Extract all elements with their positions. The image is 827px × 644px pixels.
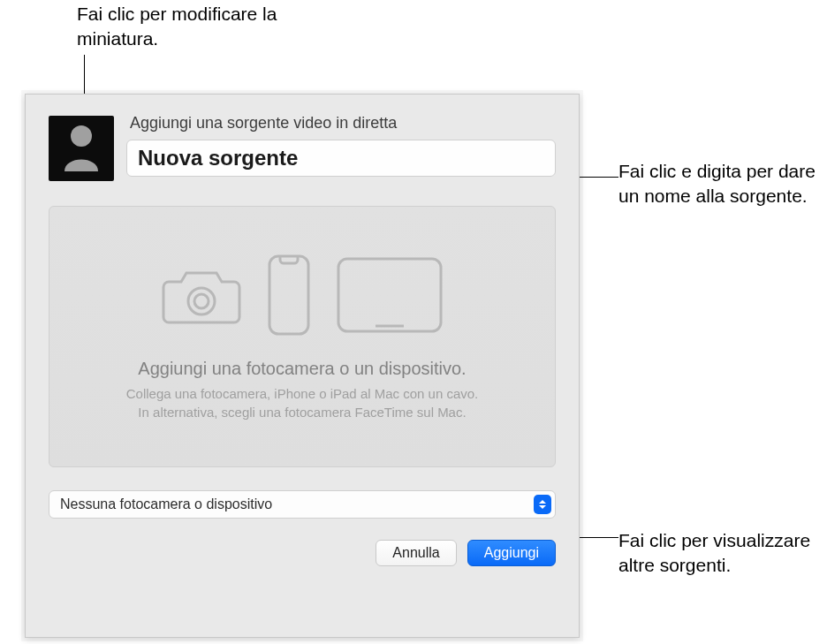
button-label: Annulla (392, 545, 439, 561)
button-label: Aggiungi (484, 545, 539, 561)
phone-icon (266, 253, 312, 341)
annotation-thumbnail: Fai clic per modificare la miniatura. (77, 2, 324, 52)
preview-area: Aggiungi una fotocamera o un dispositivo… (49, 206, 556, 467)
camera-device-select[interactable]: Nessuna fotocamera o dispositivo (49, 490, 556, 519)
thumbnail-button[interactable] (49, 116, 114, 181)
svg-point-2 (194, 294, 209, 308)
cancel-button[interactable]: Annulla (376, 540, 456, 566)
preview-subtext-1: Collega una fotocamera, iPhone o iPad al… (126, 384, 479, 403)
svg-rect-3 (269, 256, 308, 334)
preview-subtext-2: In alternativa, scegli una fotocamera Fa… (138, 403, 466, 421)
annotation-select: Fai clic per visualizzare altre sorgenti… (618, 528, 822, 579)
annotation-name-field: Fai clic e digita per dare un nome alla … (618, 159, 822, 209)
select-value: Nessuna fotocamera o dispositivo (60, 496, 272, 512)
updown-arrows-icon (534, 495, 551, 514)
camera-icon (160, 264, 243, 330)
dialog-title: Aggiungi una sorgente video in diretta (130, 114, 556, 133)
svg-point-0 (71, 125, 92, 147)
source-name-input[interactable] (126, 140, 556, 177)
dialog-add-video-source: Aggiungi una sorgente video in diretta (25, 94, 580, 638)
add-button[interactable]: Aggiungi (467, 540, 556, 566)
svg-point-1 (188, 288, 215, 314)
device-icons-row (160, 253, 444, 341)
preview-heading: Aggiungi una fotocamera o un dispositivo… (138, 359, 466, 379)
person-silhouette-icon (59, 122, 103, 175)
tablet-icon (335, 255, 444, 338)
svg-rect-4 (338, 259, 441, 331)
